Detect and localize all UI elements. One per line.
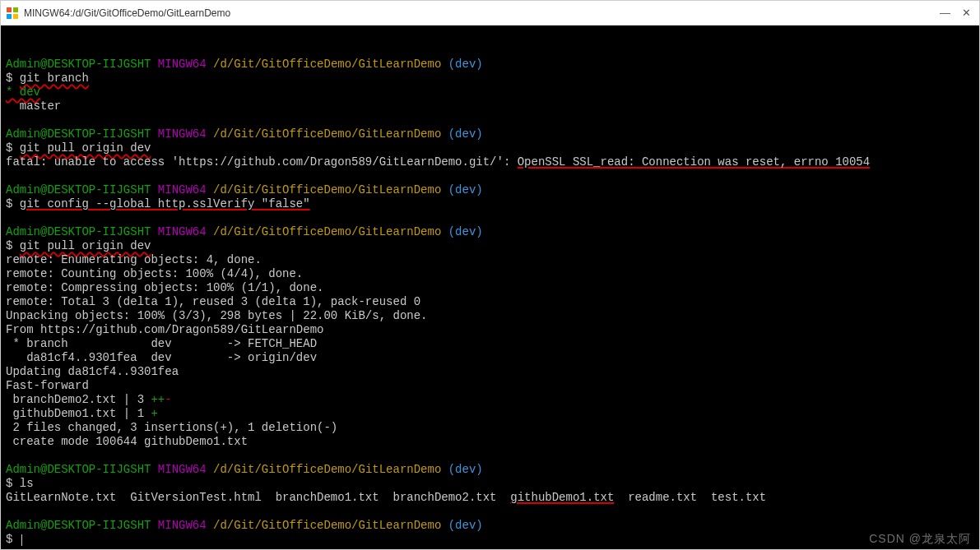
fatal-prefix: fatal: unable to access 'https://github.… [6, 155, 518, 169]
cmd-git-pull-2: git pull origin dev [20, 239, 151, 252]
diff-line: branchDemo2.txt | 3 [6, 393, 151, 406]
terminal[interactable]: Admin@DESKTOP-IIJGSHT MINGW64 /d/Git/Git… [1, 25, 979, 549]
window-title: MINGW64:/d/Git/GitOfficeDemo/GitLearnDem… [24, 7, 940, 19]
window-controls: — ✕ [940, 7, 974, 19]
prompt-branch: (dev) [448, 225, 483, 238]
diff-line: githubDemo1.txt | 1 [6, 407, 151, 420]
branch-other: master [6, 99, 61, 113]
prompt-user: Admin@DESKTOP-IIJGSHT [6, 127, 151, 141]
cmd-git-branch: git branch [20, 72, 89, 85]
prompt-sigil: $ [6, 197, 12, 210]
prompt-shell: MINGW64 [158, 127, 207, 141]
prompt-path: /d/Git/GitOfficeDemo/GitLearnDemo [213, 463, 441, 476]
cmd-git-pull-1: git pull origin dev [20, 141, 151, 155]
ls-output: readme.txt test.txt [614, 491, 766, 504]
prompt-path: /d/Git/GitOfficeDemo/GitLearnDemo [213, 225, 441, 238]
prompt-branch: (dev) [448, 463, 483, 476]
prompt-branch: (dev) [448, 58, 483, 71]
watermark: CSDN @龙泉太阿 [869, 532, 971, 546]
svg-rect-3 [13, 14, 18, 19]
prompt-user: Admin@DESKTOP-IIJGSHT [6, 519, 151, 532]
prompt-shell: MINGW64 [158, 463, 207, 476]
pull-output: remote: Total 3 (delta 1), reused 3 (del… [6, 295, 420, 308]
prompt-sigil: $ [6, 239, 12, 252]
prompt-branch: (dev) [448, 519, 483, 532]
pull-output: remote: Counting objects: 100% (4/4), do… [6, 267, 303, 280]
ls-highlight: githubDemo1.txt [510, 491, 614, 504]
prompt-shell: MINGW64 [158, 225, 207, 238]
cursor [21, 534, 22, 546]
cmd-ls: ls [20, 477, 34, 490]
prompt-sigil: $ [6, 72, 12, 85]
fatal-error: OpenSSL SSL_read: Connection was reset, … [518, 155, 870, 169]
prompt-sigil: $ [6, 141, 12, 155]
pull-output: Unpacking objects: 100% (3/3), 298 bytes… [6, 309, 427, 322]
prompt-sigil: $ [6, 477, 12, 490]
ls-output: GitLearnNote.txt GitVersionTest.html bra… [6, 491, 510, 504]
pull-output: Updating da81cf4..9301fea [6, 365, 179, 378]
prompt-user: Admin@DESKTOP-IIJGSHT [6, 463, 151, 476]
pull-output: remote: Compressing objects: 100% (1/1),… [6, 281, 323, 294]
svg-rect-0 [7, 7, 12, 12]
pull-output: From https://github.com/Dragon589/GitLea… [6, 323, 323, 336]
branch-current: * dev [6, 86, 40, 99]
prompt-user: Admin@DESKTOP-IIJGSHT [6, 58, 151, 71]
pull-output: * branch dev -> FETCH_HEAD [6, 337, 317, 350]
prompt-path: /d/Git/GitOfficeDemo/GitLearnDemo [213, 58, 441, 71]
svg-rect-2 [7, 14, 12, 19]
prompt-shell: MINGW64 [158, 58, 207, 71]
titlebar: MINGW64:/d/Git/GitOfficeDemo/GitLearnDem… [1, 1, 979, 25]
pull-output: remote: Enumerating objects: 4, done. [6, 253, 262, 266]
prompt-sigil: $ [6, 533, 12, 546]
diff-plus: ++ [151, 393, 165, 406]
prompt-path: /d/Git/GitOfficeDemo/GitLearnDemo [213, 127, 441, 141]
pull-output: da81cf4..9301fea dev -> origin/dev [6, 351, 317, 364]
prompt-shell: MINGW64 [158, 183, 207, 196]
cmd-git-config: git config --global http.sslVerify "fals… [20, 197, 310, 210]
prompt-branch: (dev) [448, 127, 483, 141]
app-window: MINGW64:/d/Git/GitOfficeDemo/GitLearnDem… [0, 0, 980, 550]
svg-rect-1 [13, 7, 18, 12]
diff-minus: - [165, 393, 171, 406]
app-icon [6, 7, 19, 20]
close-button[interactable]: ✕ [962, 7, 971, 19]
prompt-user: Admin@DESKTOP-IIJGSHT [6, 225, 151, 238]
diff-summary: 2 files changed, 3 insertions(+), 1 dele… [6, 421, 337, 434]
prompt-shell: MINGW64 [158, 519, 207, 532]
pull-output: Fast-forward [6, 379, 89, 392]
diff-plus: + [151, 407, 157, 420]
prompt-branch: (dev) [448, 183, 483, 196]
prompt-path: /d/Git/GitOfficeDemo/GitLearnDemo [213, 519, 441, 532]
prompt-path: /d/Git/GitOfficeDemo/GitLearnDemo [213, 183, 441, 196]
prompt-user: Admin@DESKTOP-IIJGSHT [6, 183, 151, 196]
diff-create: create mode 100644 githubDemo1.txt [6, 435, 248, 448]
minimize-button[interactable]: — [940, 7, 950, 19]
